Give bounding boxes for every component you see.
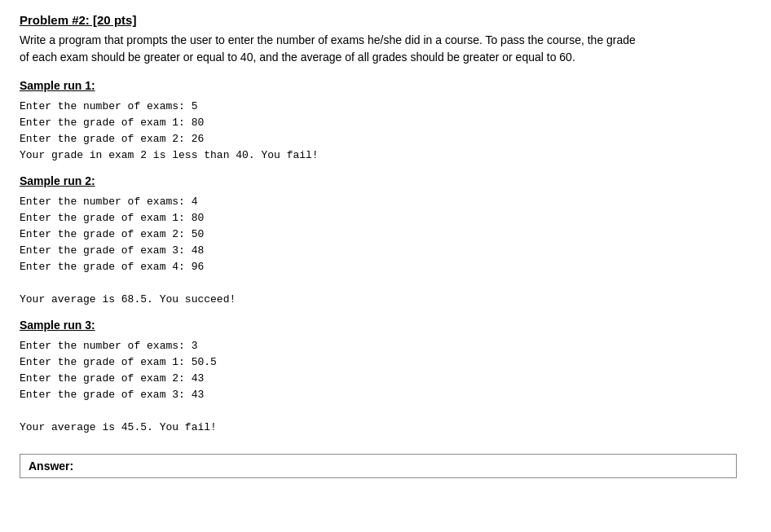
description-line2: of each exam should be greater or equal … [20,51,575,64]
sample-run-2-code: Enter the number of exams: 4 Enter the g… [20,194,751,309]
sample-run-1-section: Sample run 1: Enter the number of exams:… [20,79,751,165]
sample-run-3-section: Sample run 3: Enter the number of exams:… [20,319,751,437]
problem-description: Write a program that prompts the user to… [20,32,751,66]
answer-box: Answer: [20,454,737,478]
problem-section: Problem #2: [20 pts] Write a program tha… [20,13,751,66]
sample-run-1-label: Sample run 1: [20,79,751,92]
description-line1: Write a program that prompts the user to… [20,33,636,46]
sample-run-2-label: Sample run 2: [20,174,751,187]
sample-run-2-section: Sample run 2: Enter the number of exams:… [20,174,751,309]
sample-run-1-code: Enter the number of exams: 5 Enter the g… [20,99,751,165]
sample-run-3-code: Enter the number of exams: 3 Enter the g… [20,338,751,437]
sample-run-3-label: Sample run 3: [20,319,751,332]
answer-label: Answer: [29,459,73,473]
problem-title: Problem #2: [20 pts] [20,13,751,27]
